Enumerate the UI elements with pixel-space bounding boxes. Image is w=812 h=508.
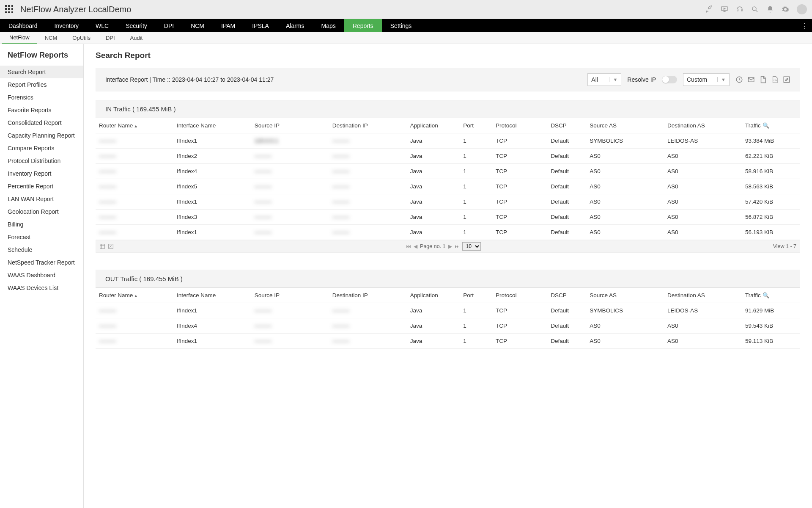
export-table-icon[interactable] — [99, 243, 105, 249]
col-destination-ip[interactable]: Destination IP — [329, 288, 407, 303]
nav-ncm[interactable]: NCM — [182, 19, 213, 32]
column-search-icon[interactable]: 🔍 — [763, 292, 769, 298]
sidebar-item-inventory-report[interactable]: Inventory Report — [0, 167, 83, 180]
cell-app: Java — [407, 225, 460, 240]
sidebar-item-billing[interactable]: Billing — [0, 218, 83, 231]
table-row[interactable]: ———IfIndex5——————Java1TCPDefaultAS0AS058… — [96, 179, 800, 194]
subnav-audit[interactable]: Audit — [123, 32, 151, 44]
nav-maps[interactable]: Maps — [313, 19, 344, 32]
export-xls-icon[interactable] — [108, 243, 114, 249]
table-row[interactable]: ———IfIndex3——————Java1TCPDefaultAS0AS056… — [96, 210, 800, 225]
table-row[interactable]: ———IfIndex4——————Java1TCPDefaultAS0AS058… — [96, 164, 800, 179]
sidebar-item-favorite-reports[interactable]: Favorite Reports — [0, 104, 83, 116]
col-destination-as[interactable]: Destination AS — [664, 118, 742, 133]
nav-inventory[interactable]: Inventory — [46, 19, 88, 32]
time-range-select[interactable]: Custom ▼ — [683, 73, 730, 86]
col-protocol[interactable]: Protocol — [492, 288, 547, 303]
page-first-icon[interactable]: ⏮ — [406, 243, 411, 249]
sidebar-item-percentile-report[interactable]: Percentile Report — [0, 180, 83, 193]
rocket-icon[interactable] — [705, 6, 713, 13]
col-application[interactable]: Application — [407, 288, 460, 303]
table-row[interactable]: ———IfIndex4——————Java1TCPDefaultAS0AS059… — [96, 318, 800, 334]
filter-all-select[interactable]: All ▼ — [587, 73, 621, 86]
col-source-as[interactable]: Source AS — [586, 118, 664, 133]
nav-alarms[interactable]: Alarms — [277, 19, 313, 32]
sidebar-item-schedule[interactable]: Schedule — [0, 243, 83, 256]
col-protocol[interactable]: Protocol — [492, 118, 547, 133]
sidebar-item-report-profiles[interactable]: Report Profiles — [0, 78, 83, 91]
col-dscp[interactable]: DSCP — [547, 118, 586, 133]
sidebar-item-netspeed-tracker[interactable]: NetSpeed Tracker Report — [0, 256, 83, 269]
cell-router: ——— — [96, 133, 173, 149]
subnav-oputils[interactable]: OpUtils — [65, 32, 98, 44]
subnav-netflow[interactable]: NetFlow — [2, 32, 37, 44]
nav-ipam[interactable]: IPAM — [213, 19, 244, 32]
table-row[interactable]: ———IfIndex1——————Java1TCPDefaultSYMBOLIC… — [96, 303, 800, 318]
cell-dscp: Default — [547, 303, 586, 318]
nav-security[interactable]: Security — [117, 19, 156, 32]
nav-reports[interactable]: Reports — [344, 19, 382, 32]
gear-icon[interactable] — [782, 6, 789, 13]
col-source-ip[interactable]: Source IP — [251, 288, 329, 303]
schedule-icon[interactable] — [735, 76, 743, 83]
cell-port: 1 — [460, 318, 492, 334]
table-row[interactable]: ———IfIndex1——————Java1TCPDefaultAS0AS059… — [96, 334, 800, 349]
nav-dpi[interactable]: DPI — [156, 19, 182, 32]
col-interface-name[interactable]: Interface Name — [173, 118, 251, 133]
sidebar-item-capacity-planning[interactable]: Capacity Planning Report — [0, 129, 83, 142]
col-source-as[interactable]: Source AS — [586, 288, 664, 303]
nav-settings[interactable]: Settings — [382, 19, 420, 32]
pdf-icon[interactable] — [759, 76, 767, 83]
chevron-down-icon: ▼ — [609, 77, 617, 82]
presentation-icon[interactable] — [721, 6, 728, 13]
sidebar-item-compare-reports[interactable]: Compare Reports — [0, 142, 83, 155]
col-port[interactable]: Port — [460, 288, 492, 303]
sidebar-item-protocol-distribution[interactable]: Protocol Distribution — [0, 155, 83, 167]
nav-wlc[interactable]: WLC — [87, 19, 117, 32]
col-router-name[interactable]: Router Name▲ — [96, 288, 173, 303]
apps-grid-icon[interactable] — [5, 5, 14, 14]
column-search-icon[interactable]: 🔍 — [763, 122, 769, 129]
edit-icon[interactable] — [783, 76, 790, 83]
col-router-name[interactable]: Router Name▲ — [96, 118, 173, 133]
col-application[interactable]: Application — [407, 118, 460, 133]
col-dscp[interactable]: DSCP — [547, 288, 586, 303]
table-row[interactable]: ———IfIndex1120.0.0.1———Java1TCPDefaultSY… — [96, 133, 800, 149]
sidebar-item-lan-wan-report[interactable]: LAN WAN Report — [0, 193, 83, 205]
bell-icon[interactable] — [766, 6, 774, 13]
subnav-dpi[interactable]: DPI — [98, 32, 123, 44]
sidebar-item-forensics[interactable]: Forensics — [0, 91, 83, 104]
col-destination-as[interactable]: Destination AS — [664, 288, 742, 303]
resolve-ip-toggle[interactable] — [662, 76, 677, 83]
subnav-ncm[interactable]: NCM — [37, 32, 65, 44]
col-traffic[interactable]: Traffic🔍 — [742, 118, 800, 133]
cell-router: ——— — [96, 334, 173, 349]
table-row[interactable]: ———IfIndex2——————Java1TCPDefaultAS0AS062… — [96, 149, 800, 164]
table-row[interactable]: ———IfIndex1——————Java1TCPDefaultAS0AS057… — [96, 194, 800, 210]
table-row[interactable]: ———IfIndex1——————Java1TCPDefaultAS0AS056… — [96, 225, 800, 240]
sidebar-item-geolocation-report[interactable]: Geolocation Report — [0, 205, 83, 218]
sidebar-item-waas-dashboard[interactable]: WAAS Dashboard — [0, 269, 83, 282]
col-source-ip[interactable]: Source IP — [251, 118, 329, 133]
col-destination-ip[interactable]: Destination IP — [329, 118, 407, 133]
csv-icon[interactable]: CSV — [771, 76, 779, 83]
page-prev-icon[interactable]: ◀ — [414, 243, 417, 249]
cell-das: AS0 — [664, 194, 742, 210]
sidebar-item-search-report[interactable]: Search Report — [0, 66, 83, 78]
page-next-icon[interactable]: ▶ — [448, 243, 452, 249]
nav-dashboard[interactable]: Dashboard — [0, 19, 46, 32]
page-last-icon[interactable]: ⏭ — [455, 243, 460, 249]
nav-more-icon[interactable]: ⋮ — [801, 19, 809, 32]
mail-icon[interactable] — [747, 76, 755, 83]
page-size-select[interactable]: 10 — [462, 242, 481, 251]
col-port[interactable]: Port — [460, 118, 492, 133]
headset-icon[interactable] — [736, 6, 743, 13]
col-traffic[interactable]: Traffic🔍 — [742, 288, 800, 303]
col-interface-name[interactable]: Interface Name — [173, 288, 251, 303]
nav-ipsla[interactable]: IPSLA — [244, 19, 277, 32]
sidebar-item-consolidated-report[interactable]: Consolidated Report — [0, 116, 83, 129]
user-avatar[interactable] — [797, 4, 807, 14]
sidebar-item-waas-devices[interactable]: WAAS Devices List — [0, 282, 83, 294]
search-icon[interactable] — [751, 6, 759, 13]
sidebar-item-forecast[interactable]: Forecast — [0, 231, 83, 243]
